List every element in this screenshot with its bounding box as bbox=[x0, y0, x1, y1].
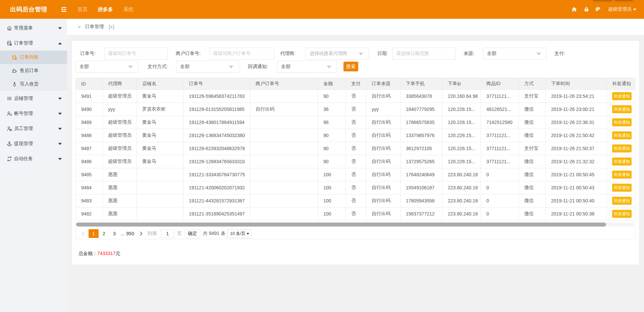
next-page-icon[interactable] bbox=[140, 231, 143, 236]
filter-bar: 订单号: 请填写订单号 商户订单号: 请填写商户订单号 代理商: bbox=[75, 41, 639, 78]
sidebar-subitem-database-gear[interactable]: 订单列表 bbox=[0, 51, 67, 64]
table-cell: 9488 bbox=[76, 129, 103, 142]
table-cell: 微信 bbox=[519, 194, 546, 207]
resend-notify-button[interactable]: 补发通知 bbox=[612, 118, 632, 126]
table-row: 9487超级管理员黄金马191126-62393204863297890否自行出… bbox=[76, 142, 635, 155]
resend-notify-button[interactable]: 补发通知 bbox=[612, 92, 632, 100]
table-cell: 120.228.15... bbox=[442, 129, 481, 142]
caret-down-icon bbox=[58, 27, 62, 30]
sidebar-subitem-hook[interactable]: 导入收货 bbox=[0, 77, 67, 91]
table-cell-action: 补发通知 bbox=[607, 142, 635, 155]
goto-page-input[interactable]: 1 bbox=[161, 229, 174, 238]
filter-label-pay-method: 支付方式: bbox=[148, 64, 168, 70]
table-cell: 黄金马 bbox=[137, 129, 183, 142]
table-cell: 否 bbox=[346, 207, 366, 221]
puzzle-icon bbox=[12, 68, 17, 73]
date-range-input[interactable]: 请选择日期范围 bbox=[392, 48, 455, 60]
sidebar-item-label: 订单管理 bbox=[14, 40, 33, 46]
column-header: 支付 bbox=[346, 78, 366, 90]
table-cell: 自行出码 bbox=[366, 155, 400, 168]
breadcrumb: > 订单管理 [+] bbox=[67, 19, 644, 35]
sidebar-item-home[interactable]: 常用菜单 bbox=[0, 20, 67, 36]
resend-notify-button[interactable]: 补发通知 bbox=[612, 171, 632, 179]
pay-method-select[interactable]: 全部 bbox=[176, 61, 239, 73]
resend-notify-button[interactable]: 补发通知 bbox=[612, 144, 632, 152]
source-select[interactable]: 全部 bbox=[483, 48, 547, 60]
total-value: 7433317 bbox=[97, 251, 116, 256]
table-cell: 15549106187 bbox=[400, 181, 442, 194]
resend-notify-button[interactable]: 补发通知 bbox=[612, 158, 632, 166]
orders-card: 订单号: 请填写订单号 商户订单号: 请填写商户订单号 代理商: bbox=[72, 41, 639, 264]
table-cell: 2019-11-26 21:50:37 bbox=[546, 142, 607, 155]
sidebar-item-sync[interactable]: 自动任务 bbox=[0, 151, 67, 166]
total-amount: 总金额：7433317元 bbox=[78, 251, 639, 257]
page-number-2[interactable]: 2 bbox=[99, 229, 109, 238]
resend-notify-button[interactable]: 补发通知 bbox=[612, 131, 632, 139]
table-cell: 2019-11-21 00:50:40 bbox=[546, 194, 607, 207]
horizontal-scrollbar-thumb[interactable] bbox=[76, 223, 606, 227]
agent-select[interactable]: 选择或搜索代理商 bbox=[306, 48, 369, 60]
page-size-select[interactable]: 10 条/页 bbox=[227, 229, 251, 238]
sidebar-item-user-gear[interactable]: 员工管理 bbox=[0, 121, 67, 136]
sidebar-item-users[interactable]: 帐号管理 bbox=[0, 106, 67, 121]
sidebar-subitem-puzzle[interactable]: 售后订单 bbox=[0, 64, 67, 77]
nav-item-home[interactable]: 首页 bbox=[77, 6, 88, 13]
chevron-down-icon bbox=[229, 66, 233, 68]
table-cell bbox=[250, 194, 318, 207]
sidebar-item-anchor[interactable]: 提现管理 bbox=[0, 136, 67, 151]
table-cell: yyy bbox=[103, 103, 137, 116]
search-button[interactable]: 搜索 bbox=[343, 62, 358, 71]
table-cell: 黄金马 bbox=[137, 116, 183, 129]
column-header: 代理商 bbox=[103, 78, 137, 90]
nav-item-system[interactable]: 系统 bbox=[123, 6, 133, 13]
user-menu[interactable]: 超级管理员 bbox=[608, 6, 644, 12]
table-cell: 9490 bbox=[76, 103, 103, 116]
page-number-3[interactable]: 3 bbox=[109, 229, 119, 238]
page-number-1[interactable]: 1 bbox=[89, 229, 99, 238]
confirm-button[interactable]: 确定 bbox=[185, 229, 200, 238]
chevron-down-icon bbox=[327, 66, 331, 68]
filter-label-order-no: 订单号: bbox=[80, 51, 96, 57]
resend-notify-button[interactable]: 补发通知 bbox=[612, 184, 632, 192]
table-cell bbox=[250, 129, 318, 142]
pay-select[interactable]: 全部 bbox=[75, 61, 139, 73]
palette-icon[interactable] bbox=[595, 6, 601, 12]
table-cell-action: 补发通知 bbox=[607, 181, 635, 194]
table-cell: 3385643078 bbox=[400, 90, 442, 103]
resend-notify-button[interactable]: 补发通知 bbox=[612, 197, 632, 205]
table-cell: 否 bbox=[346, 194, 366, 207]
callback-select[interactable]: 全部 bbox=[277, 61, 337, 73]
table-cell: 9482 bbox=[76, 207, 103, 221]
table-cell: 否 bbox=[346, 103, 366, 116]
sidebar-collapse-icon[interactable] bbox=[60, 7, 66, 12]
topbar: 出码后台管理 首页 拼多多 系统 超级管理员 bbox=[0, 0, 644, 19]
chevron-left-icon bbox=[82, 231, 85, 236]
nav-item-pinduoduo[interactable]: 拼多多 bbox=[98, 6, 113, 13]
filter-label-pay: 支付: bbox=[554, 51, 565, 57]
sidebar-item-list[interactable]: 店铺管理 bbox=[0, 91, 67, 106]
merchant-no-input[interactable]: 请填写商户订单号 bbox=[209, 48, 274, 60]
order-no-input[interactable]: 请填写订单号 bbox=[104, 48, 168, 60]
content: 订单号: 请填写订单号 商户订单号: 请填写商户订单号 代理商: bbox=[67, 35, 644, 264]
sidebar-item-database-gear[interactable]: 订单管理 bbox=[0, 36, 67, 51]
page-ellipsis: ... bbox=[120, 231, 125, 236]
table-cell: 否 bbox=[346, 155, 366, 168]
caret-down-icon bbox=[58, 97, 62, 100]
table-cell: 否 bbox=[346, 90, 366, 103]
home-icon bbox=[7, 25, 12, 31]
resend-notify-button[interactable]: 补发通知 bbox=[612, 210, 632, 218]
column-header: 商品ID bbox=[481, 78, 519, 90]
page-number-950[interactable]: 950 bbox=[125, 229, 135, 238]
column-header: ID bbox=[76, 78, 103, 90]
caret-down-icon bbox=[633, 8, 637, 11]
breadcrumb-add[interactable]: [+] bbox=[109, 24, 114, 29]
breadcrumb-title[interactable]: 订单管理 bbox=[85, 24, 104, 30]
orders-table-wrap: ID代理商店铺名订单号商户订单号金额支付订单来源下单手机下单ip商品ID方式下单… bbox=[75, 78, 635, 221]
lock-icon[interactable] bbox=[584, 6, 590, 12]
home-icon[interactable] bbox=[571, 6, 577, 12]
caret-down-icon bbox=[58, 142, 62, 145]
prev-page-icon[interactable] bbox=[82, 231, 85, 236]
table-cell: 191126-596458374211783 bbox=[183, 90, 250, 103]
table-cell: 17648240649 bbox=[400, 168, 442, 181]
resend-notify-button[interactable]: 补发通知 bbox=[612, 105, 632, 113]
